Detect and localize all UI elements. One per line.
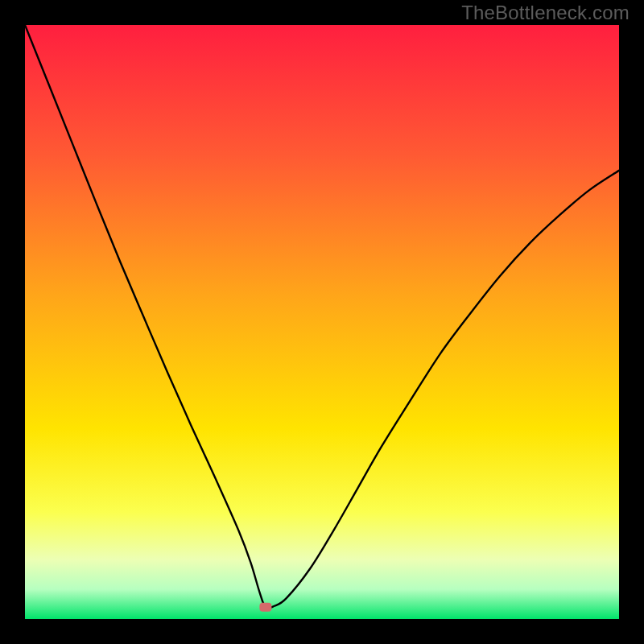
optimum-marker [259,603,271,612]
watermark-text: TheBottleneck.com [461,2,630,24]
chart-frame: TheBottleneck.com [0,0,644,644]
bottleneck-plot [25,25,619,619]
gradient-panel [25,25,619,619]
